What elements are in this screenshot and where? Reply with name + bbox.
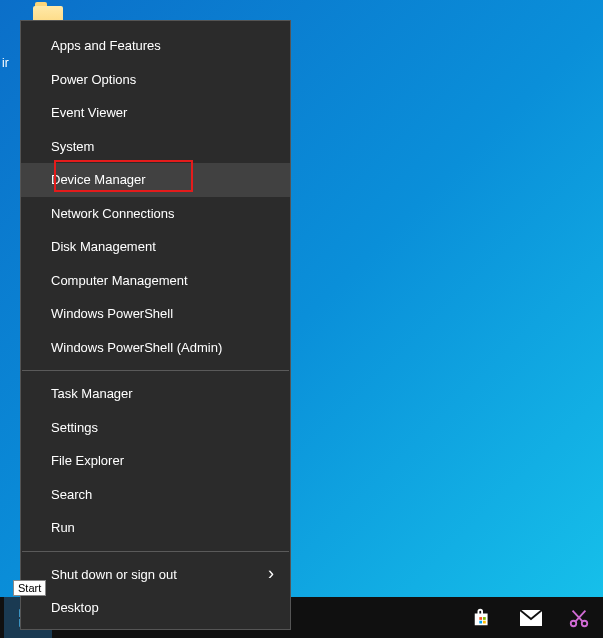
menu-item-label: Run [51,520,75,535]
menu-item-power-options[interactable]: Power Options [21,63,290,97]
svg-rect-6 [483,617,486,620]
snip-icon [568,607,590,629]
taskbar-mail-button[interactable] [507,597,555,638]
menu-item-network-connections[interactable]: Network Connections [21,197,290,231]
winx-context-menu: Apps and FeaturesPower OptionsEvent View… [20,20,291,630]
menu-item-label: Event Viewer [51,105,127,120]
menu-item-event-viewer[interactable]: Event Viewer [21,96,290,130]
menu-item-label: Task Manager [51,386,133,401]
svg-rect-5 [479,617,482,620]
menu-item-label: Settings [51,420,98,435]
menu-item-label: Windows PowerShell [51,306,173,321]
menu-item-search[interactable]: Search [21,478,290,512]
menu-divider [22,551,289,552]
menu-item-run[interactable]: Run [21,511,290,545]
menu-item-device-manager[interactable]: Device Manager [21,163,290,197]
taskbar-snip-button[interactable] [555,597,603,638]
menu-item-windows-powershell[interactable]: Windows PowerShell [21,297,290,331]
menu-item-computer-management[interactable]: Computer Management [21,264,290,298]
menu-item-label: Apps and Features [51,38,161,53]
menu-item-label: Disk Management [51,239,156,254]
menu-item-file-explorer[interactable]: File Explorer [21,444,290,478]
menu-item-label: Shut down or sign out [51,567,177,582]
menu-item-label: File Explorer [51,453,124,468]
menu-item-shutdown-signout[interactable]: Shut down or sign out› [21,558,290,592]
start-tooltip: Start [13,580,46,596]
mail-icon [519,609,543,627]
svg-rect-7 [479,620,482,623]
store-icon [472,607,494,629]
menu-item-windows-powershell-admin[interactable]: Windows PowerShell (Admin) [21,331,290,365]
menu-item-label: Network Connections [51,206,175,221]
menu-item-label: Search [51,487,92,502]
menu-item-apps-features[interactable]: Apps and Features [21,29,290,63]
menu-item-system[interactable]: System [21,130,290,164]
taskbar-store-button[interactable] [459,597,507,638]
menu-item-desktop[interactable]: Desktop [21,591,290,625]
menu-item-label: Power Options [51,72,136,87]
menu-item-label: System [51,139,94,154]
menu-item-disk-management[interactable]: Disk Management [21,230,290,264]
menu-item-label: Windows PowerShell (Admin) [51,340,222,355]
menu-item-label: Computer Management [51,273,188,288]
menu-divider [22,370,289,371]
desktop-icon-label-fragment: ir [2,56,9,70]
menu-item-task-manager[interactable]: Task Manager [21,377,290,411]
menu-item-settings[interactable]: Settings [21,411,290,445]
chevron-right-icon: › [268,558,274,592]
menu-item-label: Device Manager [51,172,146,187]
svg-rect-8 [483,620,486,623]
menu-item-label: Desktop [51,600,99,615]
